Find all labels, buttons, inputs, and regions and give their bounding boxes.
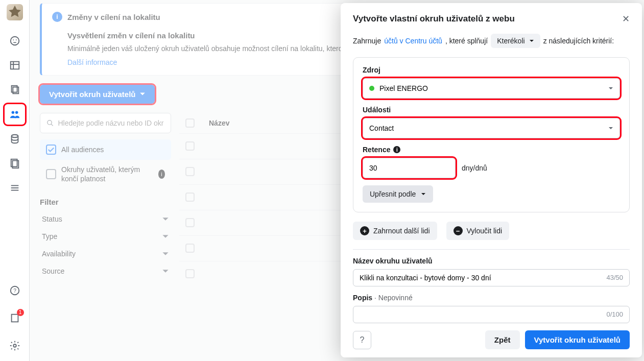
refine-by-button[interactable]: Upřesnit podle — [363, 185, 433, 203]
row-checkbox[interactable] — [185, 269, 195, 278]
events-value: Contact — [369, 124, 394, 132]
source-value: Pixel ENERGO — [379, 84, 428, 92]
chevron-down-icon — [162, 233, 169, 240]
svg-point-2 — [15, 39, 16, 40]
chevron-down-icon — [162, 215, 169, 223]
info-icon: i — [393, 146, 400, 153]
search-icon — [46, 119, 54, 127]
filter-type[interactable]: Type — [40, 228, 171, 245]
svg-point-19 — [13, 344, 16, 347]
filter-heading: Filter — [40, 198, 171, 206]
filter-status[interactable]: Status — [40, 210, 171, 228]
audience-name-field[interactable]: 43/50 — [353, 269, 630, 286]
status-dot-icon — [369, 86, 374, 91]
retention-unit: dny/dnů — [462, 164, 487, 172]
svg-text:?: ? — [13, 288, 16, 294]
aud-item-label: All audiences — [61, 146, 104, 154]
aud-item-expiring[interactable]: Okruhy uživatelů, kterým končí platnost … — [40, 160, 171, 188]
row-checkbox[interactable] — [185, 167, 195, 176]
accounts-center-link[interactable]: účtů v Centru účtů — [384, 37, 442, 45]
row-checkbox[interactable] — [185, 218, 195, 227]
filter-availability[interactable]: Availability — [40, 245, 171, 262]
search-input-wrap[interactable] — [40, 113, 171, 133]
nav-copy-icon[interactable] — [5, 80, 25, 100]
svg-point-20 — [47, 120, 52, 124]
create-audience-submit-button[interactable]: Vytvořit okruh uživatelů — [525, 330, 630, 349]
plus-icon: + — [360, 226, 369, 235]
svg-line-21 — [51, 124, 53, 126]
create-custom-audience-modal: Vytvořte vlastní okruh uživatelů z webu … — [341, 3, 642, 357]
col-name: Název — [209, 119, 229, 127]
chevron-down-icon — [162, 268, 169, 275]
criteria-group: Zdroj Pixel ENERGO Události Contact Rete… — [353, 57, 630, 212]
audience-name-input[interactable] — [360, 274, 606, 282]
chevron-down-icon — [139, 91, 146, 97]
search-input[interactable] — [58, 119, 164, 127]
nav-overview-icon[interactable] — [5, 31, 25, 51]
svg-point-9 — [15, 111, 17, 114]
info-icon: i — [52, 12, 62, 22]
minus-icon: − — [454, 226, 463, 235]
row-checkbox[interactable] — [185, 141, 195, 151]
description-field[interactable]: 0/100 — [353, 306, 630, 323]
nav-notifications-icon[interactable]: 1 — [5, 308, 25, 328]
account-logo[interactable] — [7, 4, 23, 20]
select-all-checkbox[interactable] — [185, 118, 195, 128]
left-nav: ? 1 — [0, 0, 30, 361]
checkbox-icon — [46, 145, 56, 155]
anyof-dropdown[interactable]: Kterékoli — [491, 34, 540, 48]
name-counter: 43/50 — [606, 274, 623, 281]
help-icon[interactable]: ? — [353, 331, 371, 349]
nav-help-icon[interactable]: ? — [5, 280, 25, 301]
nav-grid-icon[interactable] — [5, 55, 25, 76]
svg-rect-18 — [11, 315, 18, 322]
source-dropdown[interactable]: Pixel ENERGO — [363, 78, 620, 99]
create-audience-button[interactable]: Vytvořit okruh uživatelů — [40, 85, 155, 104]
chevron-down-icon — [608, 86, 613, 91]
create-audience-label: Vytvořit okruh uživatelů — [49, 90, 135, 99]
svg-point-8 — [11, 111, 14, 114]
nav-files-icon[interactable] — [5, 153, 25, 174]
chevron-down-icon — [529, 38, 534, 43]
events-dropdown[interactable]: Contact — [363, 118, 620, 138]
include-more-button[interactable]: +Zahrnout další lidi — [353, 222, 437, 240]
source-label: Zdroj — [363, 66, 620, 74]
aud-item-all[interactable]: All audiences — [40, 139, 171, 160]
row-checkbox[interactable] — [185, 244, 195, 253]
aud-item-label: Okruhy uživatelů, kterým končí platnost — [61, 165, 153, 183]
retention-label: Retencei — [363, 146, 620, 154]
row-checkbox[interactable] — [185, 192, 195, 202]
svg-point-0 — [10, 37, 19, 45]
chevron-down-icon — [421, 191, 426, 197]
audience-name-label: Název okruhu uživatelů — [353, 257, 630, 265]
modal-title: Vytvořte vlastní okruh uživatelů z webu — [353, 14, 515, 24]
banner-title: Změny v cílení na lokalitu — [67, 13, 160, 21]
notification-badge: 1 — [17, 309, 24, 316]
retention-input[interactable] — [363, 158, 456, 178]
info-icon: i — [158, 170, 165, 179]
modal-intro: Zahrnuje účtů v Centru účtů, které splňu… — [353, 34, 630, 48]
back-button[interactable]: Zpět — [485, 330, 520, 349]
events-label: Události — [363, 106, 620, 114]
svg-point-10 — [11, 135, 18, 138]
nav-menu-icon[interactable] — [5, 178, 25, 198]
filter-source[interactable]: Source — [40, 262, 171, 280]
nav-audiences-icon[interactable] — [5, 104, 25, 125]
exclude-button[interactable]: −Vyloučit lidi — [446, 222, 510, 240]
chevron-down-icon — [162, 250, 169, 257]
desc-counter: 0/100 — [606, 310, 623, 318]
nav-billing-icon[interactable] — [5, 129, 25, 149]
banner-link[interactable]: Další informace — [67, 58, 117, 66]
svg-point-1 — [13, 39, 14, 40]
close-icon[interactable]: ✕ — [622, 13, 630, 25]
nav-settings-icon[interactable] — [5, 335, 25, 356]
chevron-down-icon — [608, 126, 613, 131]
filter-panel: All audiences Okruhy uživatelů, kterým k… — [40, 113, 171, 286]
checkbox-icon — [46, 169, 56, 179]
svg-rect-3 — [10, 62, 19, 69]
description-label: Popis · Nepovinné — [353, 294, 630, 302]
